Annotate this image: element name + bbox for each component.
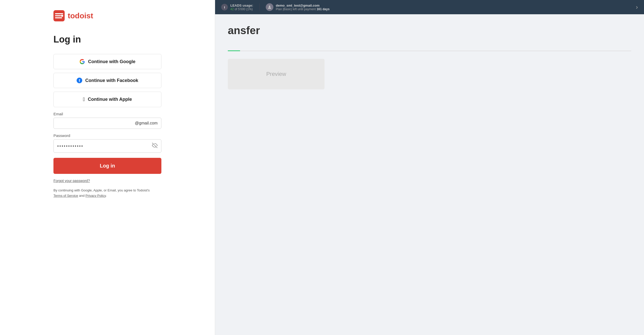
email-label: Email	[53, 112, 161, 116]
password-dots: ••••••••••••	[57, 144, 83, 148]
user-avatar	[266, 3, 273, 11]
terms-intro: By continuing with Google, Apple, or Ema…	[53, 188, 150, 192]
tab-2[interactable]	[240, 44, 252, 51]
svg-point-3	[269, 6, 270, 7]
todoist-login-panel: todoist Log in Continue with Google f Co…	[0, 0, 215, 335]
facebook-btn-label: Continue with Facebook	[85, 78, 138, 83]
terms-of-service-link[interactable]: Terms of Service	[53, 194, 78, 198]
leads-value: 42 of 5'000 (1%)	[230, 7, 253, 11]
apple-icon: 	[83, 96, 85, 102]
google-icon	[79, 59, 85, 64]
privacy-policy-link[interactable]: Privacy Policy	[86, 194, 106, 198]
leads-label: LEADS usage:	[230, 4, 253, 7]
email-field-group: Email @gmail.com	[53, 112, 161, 129]
content-area: ansfer Preview	[215, 14, 644, 335]
continue-with-google-button[interactable]: Continue with Google	[53, 54, 161, 69]
login-button[interactable]: Log in	[53, 158, 161, 174]
password-input-wrapper[interactable]: ••••••••••••	[53, 139, 161, 153]
todoist-logo-icon	[53, 10, 65, 21]
page-title: ansfer	[228, 24, 631, 37]
terms-period: .	[106, 194, 107, 198]
email-input[interactable]	[57, 121, 133, 125]
leads-number: 42	[230, 7, 234, 11]
svg-point-1	[61, 15, 63, 17]
top-bar-divider	[259, 3, 260, 11]
tab-active[interactable]	[228, 44, 240, 51]
terms-and: and	[79, 194, 85, 198]
logo-area: todoist	[0, 0, 215, 29]
forgot-password-link[interactable]: Forgot your password?	[53, 179, 90, 183]
email-suffix: @gmail.com	[135, 121, 158, 125]
user-info: demo_sml_test@gmail.com Plan |Basic| lef…	[276, 4, 330, 11]
chevron-right-icon: ›	[636, 4, 638, 11]
tab-row	[228, 44, 631, 51]
leads-text: LEADS usage: 42 of 5'000 (1%)	[230, 4, 253, 11]
todoist-logo-text: todoist	[68, 11, 93, 20]
crm-panel: i LEADS usage: 42 of 5'000 (1%) demo_sml…	[215, 0, 644, 335]
login-title: Log in	[53, 34, 161, 45]
leads-usage-block: i LEADS usage: 42 of 5'000 (1%)	[221, 4, 253, 11]
password-label: Password	[53, 133, 161, 138]
preview-box: Preview	[228, 59, 325, 89]
apple-btn-label: Continue with Apple	[88, 97, 132, 102]
user-days: 161 days	[317, 7, 330, 11]
preview-text: Preview	[266, 71, 286, 77]
user-block[interactable]: demo_sml_test@gmail.com Plan |Basic| lef…	[266, 3, 330, 11]
info-icon[interactable]: i	[221, 4, 228, 10]
email-input-wrapper[interactable]: @gmail.com	[53, 118, 161, 129]
facebook-icon: f	[77, 78, 82, 83]
tab-3[interactable]	[252, 44, 264, 51]
password-field-group: Password ••••••••••••	[53, 133, 161, 153]
info-letter: i	[224, 5, 225, 9]
user-email: demo_sml_test@gmail.com	[276, 4, 330, 7]
eye-icon[interactable]	[152, 143, 158, 149]
continue-with-apple-button[interactable]:  Continue with Apple	[53, 92, 161, 107]
user-plan: Plan |Basic| left until payment 161 days	[276, 7, 330, 11]
login-form-container: Log in Continue with Google f Continue w…	[0, 29, 215, 204]
terms-text: By continuing with Google, Apple, or Ema…	[53, 188, 161, 199]
continue-with-facebook-button[interactable]: f Continue with Facebook	[53, 73, 161, 88]
top-bar: i LEADS usage: 42 of 5'000 (1%) demo_sml…	[215, 0, 644, 14]
google-btn-label: Continue with Google	[88, 59, 135, 64]
facebook-letter: f	[79, 78, 80, 83]
